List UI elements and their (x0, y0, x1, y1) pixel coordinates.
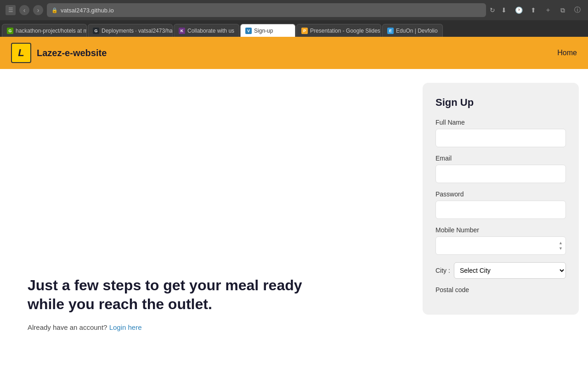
back-button[interactable]: ‹ (19, 5, 29, 15)
navbar: L Lazez-e-website Home (0, 37, 588, 69)
downloads-button[interactable]: ⬇ (499, 5, 509, 15)
browser-toolbar: ☰ ‹ › 🔒 vatsal2473.github.io ↻ ⬇ 🕐 ⬆ ＋ ⧉… (0, 0, 588, 20)
password-label: Password (435, 190, 566, 198)
browser-chrome: ☰ ‹ › 🔒 vatsal2473.github.io ↻ ⬇ 🕐 ⬆ ＋ ⧉… (0, 0, 588, 37)
tab-collaborate[interactable]: K Collaborate with us (174, 24, 239, 37)
tab-deployments[interactable]: G Deployments · vatsal2473/hack... (88, 24, 173, 37)
tab-presentation[interactable]: P Presentation - Google Slides (296, 24, 381, 37)
lock-icon: 🔒 (51, 7, 58, 13)
city-select[interactable]: Select City Mumbai Delhi Bangalore Chenn… (454, 262, 566, 279)
tab-label-deployments: Deployments · vatsal2473/hack... (102, 28, 173, 34)
city-label: City : (435, 267, 450, 274)
spinner-down[interactable]: ▼ (558, 246, 563, 251)
email-label: Email (435, 155, 566, 162)
left-panel: Just a few steps to get your meal ready … (0, 69, 413, 368)
city-group: City : Select City Mumbai Delhi Bangalor… (435, 262, 566, 279)
main-content: Just a few steps to get your meal ready … (0, 69, 588, 368)
tab-favicon-hackathon: G (7, 28, 13, 34)
extensions-button[interactable]: ⓘ (572, 5, 582, 15)
mobile-input[interactable] (435, 236, 566, 255)
share-button[interactable]: ⬆ (528, 5, 538, 15)
history-button[interactable]: 🕐 (514, 5, 524, 15)
tab-label-hackathon: hackathon-project/hotels at ma... (16, 28, 87, 34)
tabs-button[interactable]: ⧉ (558, 5, 568, 15)
mobile-spinner-wrapper: ▲ ▼ (435, 236, 566, 255)
sidebar-toggle-button[interactable]: ☰ (6, 5, 16, 15)
reload-button[interactable]: ↻ (490, 6, 495, 14)
email-group: Email (435, 155, 566, 183)
tab-eduon[interactable]: E EduOn | Devfolio (382, 24, 443, 37)
tabs-bar: G hackathon-project/hotels at ma... G De… (0, 20, 588, 37)
tab-favicon-collaborate: K (179, 28, 185, 34)
password-input[interactable] (435, 201, 566, 219)
password-group: Password (435, 190, 566, 219)
tab-label-eduon: EduOn | Devfolio (396, 28, 438, 34)
tab-signup[interactable]: V Sign-up (240, 24, 295, 37)
signup-card: Sign Up Full Name Email Password (423, 83, 579, 315)
forward-button[interactable]: › (33, 5, 43, 15)
postal-group: Postal code (435, 286, 566, 293)
postal-label: Postal code (435, 286, 566, 293)
full-name-input[interactable] (435, 129, 566, 147)
tab-hackathon[interactable]: G hackathon-project/hotels at ma... (2, 24, 87, 37)
mobile-label: Mobile Number (435, 226, 566, 234)
full-name-group: Full Name (435, 119, 566, 147)
tab-favicon-presentation: P (301, 28, 308, 34)
tab-favicon-deployments: G (93, 28, 99, 34)
tab-label-signup: Sign-up (254, 28, 273, 34)
mobile-group: Mobile Number ▲ ▼ (435, 226, 566, 255)
spinner-up[interactable]: ▲ (558, 241, 563, 246)
navbar-brand: L Lazez-e-website (11, 43, 107, 63)
tab-favicon-signup: V (245, 28, 252, 34)
tab-label-collaborate: Collaborate with us (187, 28, 234, 34)
signup-title: Sign Up (435, 97, 566, 109)
nav-home[interactable]: Home (557, 49, 577, 57)
login-prompt: Already have an account? Login here (28, 323, 386, 331)
address-text: vatsal2473.github.io (61, 7, 114, 14)
tab-favicon-eduon: E (387, 28, 394, 34)
full-name-label: Full Name (435, 119, 566, 126)
right-panel: Sign Up Full Name Email Password (413, 69, 588, 368)
city-row: City : Select City Mumbai Delhi Bangalor… (435, 262, 566, 279)
email-input[interactable] (435, 165, 566, 183)
navbar-nav: Home (557, 49, 577, 57)
tagline: Just a few steps to get your meal ready … (28, 276, 303, 314)
new-tab-button[interactable]: ＋ (543, 5, 553, 15)
login-link[interactable]: Login here (109, 323, 142, 331)
brand-name: Lazez-e-website (37, 48, 107, 58)
browser-actions: ⬇ 🕐 ⬆ ＋ ⧉ ⓘ (499, 5, 582, 15)
mobile-spinner[interactable]: ▲ ▼ (558, 241, 563, 251)
tab-label-presentation: Presentation - Google Slides (310, 28, 380, 34)
brand-logo: L (11, 43, 31, 63)
address-bar[interactable]: 🔒 vatsal2473.github.io (47, 3, 486, 17)
